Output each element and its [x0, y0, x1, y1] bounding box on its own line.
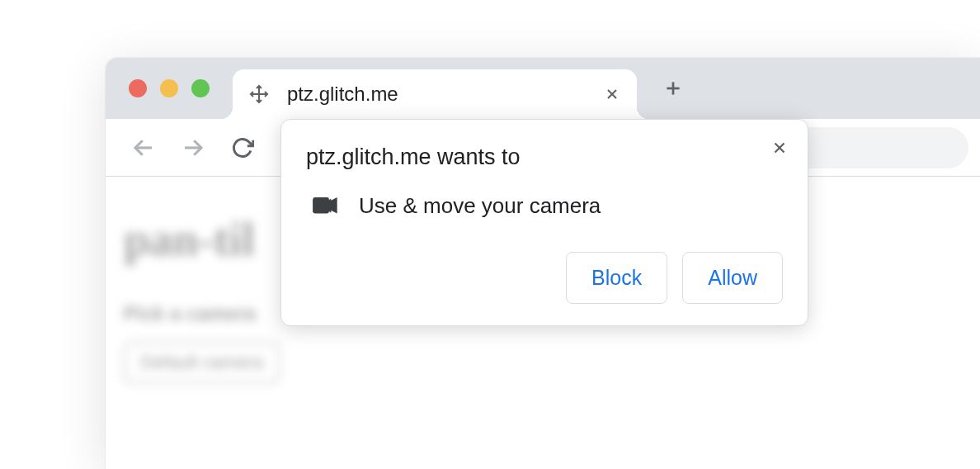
- window-controls: [106, 79, 210, 97]
- svg-rect-10: [313, 197, 329, 214]
- close-prompt-button[interactable]: [765, 133, 794, 163]
- forward-button[interactable]: [177, 131, 210, 164]
- reload-button[interactable]: [226, 131, 259, 164]
- tab-strip: ptz.glitch.me: [106, 58, 980, 119]
- allow-button[interactable]: Allow: [682, 252, 783, 304]
- browser-tab[interactable]: ptz.glitch.me: [233, 69, 637, 119]
- permission-prompt: ptz.glitch.me wants to Use & move your c…: [280, 119, 808, 326]
- permission-buttons: Block Allow: [306, 252, 783, 304]
- permission-request-row: Use & move your camera: [306, 193, 783, 219]
- back-button[interactable]: [127, 131, 160, 164]
- block-button[interactable]: Block: [566, 252, 667, 304]
- camera-select[interactable]: Default camera: [124, 342, 280, 383]
- move-icon: [247, 83, 271, 106]
- permission-request-text: Use & move your camera: [359, 193, 601, 219]
- close-window-button[interactable]: [129, 79, 147, 97]
- permission-title: ptz.glitch.me wants to: [306, 144, 783, 170]
- close-tab-button[interactable]: [602, 84, 622, 104]
- maximize-window-button[interactable]: [191, 79, 210, 97]
- camera-icon: [313, 197, 337, 216]
- tab-title: ptz.glitch.me: [287, 83, 586, 106]
- new-tab-button[interactable]: [653, 69, 693, 108]
- minimize-window-button[interactable]: [160, 79, 178, 97]
